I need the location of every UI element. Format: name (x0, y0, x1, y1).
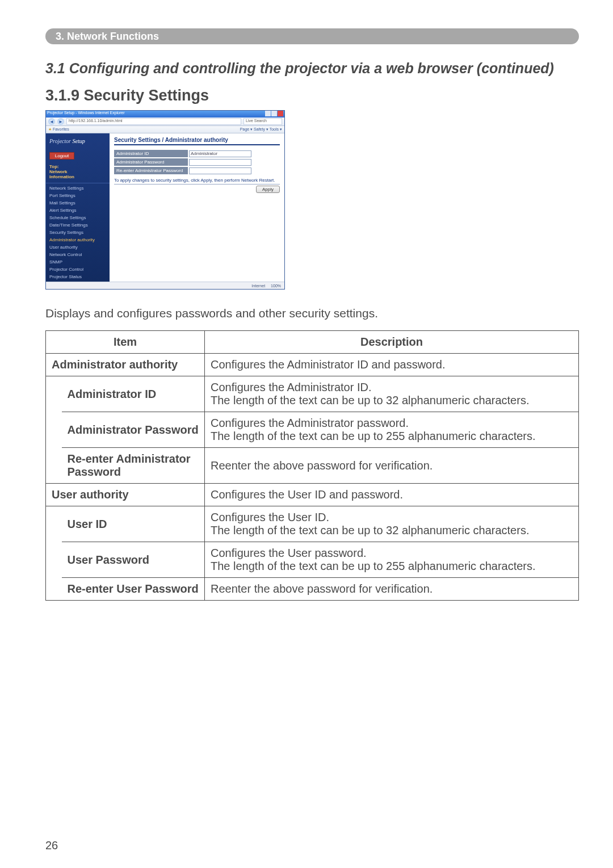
settings-table: Item Description Administrator authority… (45, 330, 579, 601)
th-item: Item (46, 331, 205, 354)
separator (114, 184, 280, 184)
logout-button: Logout (49, 152, 74, 160)
input-admin-id: Administrator (189, 150, 251, 157)
sidebar-link-status: Projector Status (49, 273, 110, 280)
indent-spacer-admin (46, 376, 62, 484)
th-desc: Description (205, 331, 579, 354)
label-admin-repw: Re-enter Administrator Password (114, 167, 188, 174)
close-icon (278, 111, 283, 116)
window-titlebar: Projector Setup - Windows Internet Explo… (46, 111, 284, 118)
sidebar-sub-adminauth: Administrator authority (49, 236, 110, 244)
sidebar-sub-netcontrol: Network Control (49, 251, 110, 258)
embedded-screenshot: Projector Setup - Windows Internet Explo… (45, 110, 285, 290)
apply-note: To apply changes to security settings, c… (114, 178, 280, 183)
brand-word-1: Projector (49, 138, 71, 144)
sidebar-links: Network Settings Port Settings Mail Sett… (46, 183, 110, 282)
maximize-icon (271, 111, 277, 116)
chapter-title: 3. Network Functions (56, 31, 159, 42)
label-admin-pw: Administrator Password (114, 158, 188, 166)
browser-toolbar: ◄ ► http://192.168.1.10/admin.html Live … (46, 118, 284, 126)
row-userrepw-item: Re-enter User Password (62, 578, 205, 601)
field-admin-id: Administrator ID Administrator (114, 150, 280, 157)
row-userauth-desc: Configures the User ID and password. (205, 484, 579, 506)
status-zoom: 100% (271, 284, 281, 288)
address-bar: http://192.168.1.10/admin.html (66, 118, 241, 125)
browser-statusbar: Internet 100% (46, 282, 284, 289)
row-userid-desc: Configures the User ID.The length of the… (205, 506, 579, 542)
minimize-icon (265, 111, 271, 116)
label-admin-id: Administrator ID (114, 150, 188, 157)
forward-icon: ► (57, 118, 64, 125)
status-zone: Internet (251, 284, 265, 288)
sidebar-link-mail: Mail Settings (49, 199, 110, 207)
sidebar-link-date: Date/Time Settings (49, 221, 110, 229)
sidebar-sub-userauth: User authority (49, 244, 110, 251)
row-adminauth-item: Administrator authority (46, 354, 205, 376)
search-box: Live Search (243, 118, 282, 125)
row-userid-item: User ID (62, 506, 205, 542)
sidebar: Projector Setup Logout Top: Network Info… (46, 133, 110, 282)
window-title: Projector Setup - Windows Internet Explo… (47, 111, 125, 118)
lead-text: Displays and configures passwords and ot… (45, 307, 579, 320)
back-icon: ◄ (48, 118, 55, 125)
tools-row: Page ▾ Safety ▾ Tools ▾ (240, 127, 282, 132)
row-userauth-item: User authority (46, 484, 205, 506)
field-admin-repw: Re-enter Administrator Password (114, 167, 280, 174)
sidebar-top-1: Network (49, 169, 68, 174)
main-panel: Security Settings / Administrator author… (110, 133, 284, 282)
sidebar-top-group: Top: Network Information (46, 162, 110, 183)
field-admin-pw: Administrator Password (114, 158, 280, 166)
apply-button: Apply (256, 186, 280, 193)
sidebar-sub-snmp: SNMP (49, 258, 110, 266)
subsection-title: 3.1.9 Security Settings (45, 87, 579, 104)
row-adminauth-desc: Configures the Administrator ID and pass… (205, 354, 579, 376)
window-buttons (265, 111, 283, 118)
chapter-header: 3. Network Functions (45, 28, 579, 44)
input-admin-pw (189, 159, 251, 166)
sidebar-link-security: Security Settings (49, 229, 110, 236)
sidebar-top-0: Top: (49, 164, 59, 169)
row-adminrepw-item: Re-enter Administrator Password (62, 448, 205, 484)
favorites-icon: ★ (48, 127, 52, 131)
panel-heading: Security Settings / Administrator author… (114, 137, 280, 145)
sidebar-brand: Projector Setup (46, 133, 110, 150)
sidebar-link-network: Network Settings (49, 184, 110, 192)
row-adminpw-item: Administrator Password (62, 412, 205, 448)
row-userrepw-desc: Reenter the above password for verificat… (205, 578, 579, 601)
brand-word-2: Setup (72, 138, 85, 144)
row-userpw-desc: Configures the User password.The length … (205, 542, 579, 578)
page-number: 26 (45, 839, 579, 852)
indent-spacer-user (46, 506, 62, 601)
sidebar-top-2: Information (49, 174, 74, 179)
row-adminrepw-desc: Reenter the above password for verificat… (205, 448, 579, 484)
section-title: 3.1 Configuring and controlling the proj… (45, 60, 579, 77)
row-adminid-item: Administrator ID (62, 376, 205, 412)
browser-toolbar-secondary: ★ Favorites Page ▾ Safety ▾ Tools ▾ (46, 126, 284, 133)
sidebar-link-schedule: Schedule Settings (49, 214, 110, 221)
row-userpw-item: User Password (62, 542, 205, 578)
sidebar-link-control: Projector Control (49, 266, 110, 273)
row-adminpw-desc: Configures the Administrator password.Th… (205, 412, 579, 448)
input-admin-repw (189, 167, 251, 174)
favorites-label: Favorites (53, 127, 69, 131)
row-adminid-desc: Configures the Administrator ID.The leng… (205, 376, 579, 412)
sidebar-link-port: Port Settings (49, 192, 110, 199)
sidebar-link-alert: Alert Settings (49, 207, 110, 214)
